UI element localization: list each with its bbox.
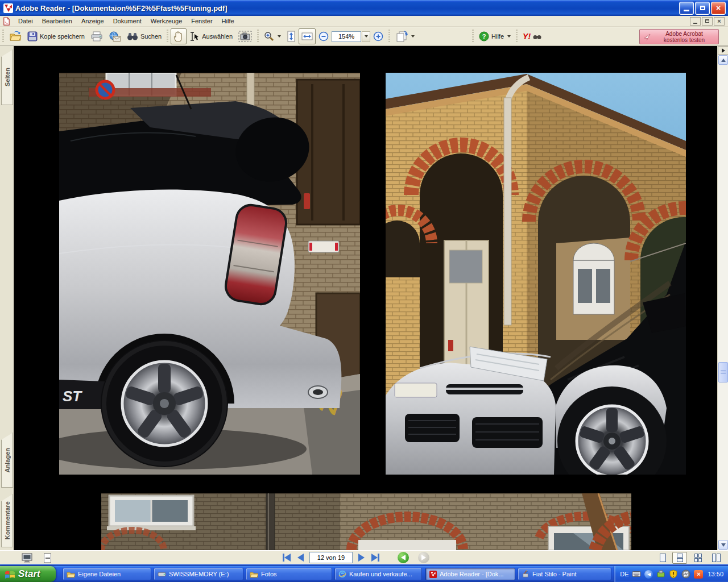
continuous-facing-layout-button[interactable] bbox=[690, 552, 705, 564]
zoom-percent-dropdown[interactable] bbox=[362, 31, 370, 42]
email-icon bbox=[109, 31, 121, 42]
next-page-button[interactable] bbox=[357, 552, 366, 563]
previous-view-button[interactable] bbox=[398, 552, 409, 563]
tray-red-x-icon[interactable]: × bbox=[694, 570, 703, 579]
hide-tray-icons-button[interactable]: ◀ bbox=[644, 570, 653, 579]
help-label: Hilfe bbox=[491, 33, 504, 40]
zoom-in-tool-button[interactable] bbox=[261, 28, 284, 44]
language-indicator[interactable]: DE bbox=[620, 571, 628, 577]
sidebar-tab-anlagen[interactable]: Anlagen bbox=[1, 433, 13, 488]
photo-building-partial bbox=[101, 493, 631, 550]
fit-width-button[interactable] bbox=[299, 28, 316, 44]
menu-bearbeiten[interactable]: Bearbeiten bbox=[38, 16, 77, 26]
menu-werkzeuge[interactable]: Werkzeuge bbox=[146, 16, 187, 26]
print-button[interactable] bbox=[88, 28, 106, 44]
keyboard-icon[interactable] bbox=[632, 569, 641, 579]
titlebar[interactable]: Adobe Reader - [Dokumentaion%5F2%5Ffast%… bbox=[0, 0, 728, 16]
email-button[interactable] bbox=[106, 28, 124, 44]
page-display-button[interactable] bbox=[392, 28, 417, 44]
continuous-layout-button[interactable] bbox=[672, 552, 687, 564]
windows-update-icon[interactable] bbox=[681, 569, 690, 579]
toolbar-grip-6[interactable] bbox=[516, 30, 518, 43]
start-button[interactable]: Start bbox=[0, 566, 56, 582]
taskbar-item-label: Fiat Stilo - Paint bbox=[532, 571, 577, 577]
fullscreen-view-button[interactable] bbox=[20, 552, 33, 563]
toolbar-grip-4[interactable] bbox=[388, 30, 390, 43]
screen: Adobe Reader - [Dokumentaion%5F2%5Ffast%… bbox=[0, 0, 728, 582]
open-button[interactable] bbox=[6, 28, 24, 44]
help-dropdown-arrow bbox=[507, 35, 511, 38]
sidebar-tab-kommentare[interactable]: Kommentare bbox=[1, 494, 13, 547]
menu-datei[interactable]: Datei bbox=[14, 16, 38, 26]
restore-icon bbox=[700, 6, 705, 10]
sidebar-tab-seiten[interactable]: Seiten bbox=[1, 49, 13, 105]
page-display-dropdown-arrow bbox=[411, 35, 415, 38]
menu-anzeige[interactable]: Anzeige bbox=[77, 16, 109, 26]
minimize-button[interactable] bbox=[679, 2, 694, 15]
doc-minimize-button[interactable] bbox=[690, 17, 701, 26]
zoom-percent-input[interactable] bbox=[332, 31, 361, 42]
toolbar-grip-5[interactable] bbox=[472, 30, 474, 43]
select-tool-button[interactable]: Auswählen bbox=[187, 28, 235, 44]
search-button[interactable]: Suchen bbox=[124, 28, 164, 44]
acrobat-ad-button[interactable]: Adobe Acrobatkostenlos testen bbox=[639, 29, 719, 44]
svg-text:?: ? bbox=[482, 33, 486, 40]
menu-dokument[interactable]: Dokument bbox=[109, 16, 146, 26]
security-shield-icon[interactable] bbox=[669, 569, 678, 579]
doc-minimize-icon bbox=[693, 23, 697, 24]
scrollbar-thumb[interactable] bbox=[718, 362, 728, 383]
taskbar-item-swissmemory[interactable]: SWISSMEMORY (E:) bbox=[154, 568, 243, 580]
snapshot-button[interactable] bbox=[235, 28, 255, 44]
safely-remove-hardware-icon[interactable] bbox=[656, 569, 665, 579]
hand-tool-button[interactable] bbox=[171, 28, 187, 44]
last-page-button[interactable] bbox=[370, 552, 380, 563]
scroll-up-button[interactable] bbox=[718, 55, 728, 65]
next-page-icon bbox=[358, 554, 365, 562]
close-button[interactable]: × bbox=[711, 2, 726, 15]
restore-button[interactable] bbox=[695, 2, 710, 15]
toolbar-grip-2[interactable] bbox=[167, 30, 168, 43]
doc-close-button[interactable]: × bbox=[714, 17, 725, 26]
photo-car-rear-view: 23 ST bbox=[59, 73, 360, 475]
search-label: Suchen bbox=[140, 33, 162, 40]
previous-page-button[interactable] bbox=[296, 552, 305, 563]
statusbar bbox=[0, 550, 728, 564]
adobe-reader-icon bbox=[3, 3, 13, 13]
save-icon bbox=[27, 31, 38, 41]
page-indicator-input[interactable] bbox=[309, 552, 353, 563]
toolbar-collapse-button[interactable] bbox=[718, 46, 728, 55]
facing-layout-button[interactable] bbox=[709, 552, 723, 564]
zoom-in-button[interactable] bbox=[370, 28, 386, 44]
document-page[interactable]: 23 ST bbox=[14, 46, 717, 550]
single-page-layout-button[interactable] bbox=[655, 552, 670, 564]
fit-height-icon bbox=[287, 31, 296, 42]
menu-fenster[interactable]: Fenster bbox=[187, 16, 217, 26]
zoom-in-icon bbox=[264, 31, 274, 41]
vertical-scrollbar[interactable] bbox=[717, 46, 728, 550]
next-view-button[interactable] bbox=[418, 552, 429, 563]
toolbar-grip[interactable] bbox=[2, 30, 4, 43]
facing-icon bbox=[712, 554, 721, 562]
menu-hilfe[interactable]: Hilfe bbox=[217, 16, 239, 26]
scroll-down-button[interactable] bbox=[718, 540, 728, 550]
toolbar-grip-3[interactable] bbox=[257, 30, 259, 43]
taskbar-item-internet-explorer[interactable]: Kaufen und verkaufe... bbox=[334, 568, 422, 580]
taskbar-item-fotos[interactable]: Fotos bbox=[246, 568, 332, 580]
taskbar-item-eigene-dateien[interactable]: Eigene Dateien bbox=[63, 568, 151, 580]
fit-page-button[interactable] bbox=[284, 28, 299, 44]
save-copy-button[interactable]: Kopie speichern bbox=[24, 28, 88, 44]
doc-restore-button[interactable] bbox=[702, 17, 713, 26]
page-size-button[interactable] bbox=[41, 552, 53, 563]
first-page-button[interactable] bbox=[282, 552, 292, 563]
seiten-tab-label: Seiten bbox=[4, 68, 11, 86]
taskbar-item-label: Eigene Dateien bbox=[78, 571, 121, 577]
zoom-out-button[interactable] bbox=[316, 28, 332, 44]
taskbar-item-paint[interactable]: Fiat Stilo - Paint bbox=[518, 568, 611, 580]
taskbar-item-adobe-reader[interactable]: Adobe Reader - [Dok... bbox=[425, 568, 515, 580]
help-button[interactable]: ? Hilfe bbox=[476, 28, 514, 44]
system-tray: DE ◀ × 13:50 bbox=[614, 566, 728, 582]
pdf-document-icon[interactable] bbox=[2, 17, 11, 26]
yahoo-messenger-button[interactable]: Y! bbox=[520, 28, 544, 44]
page-navigation bbox=[282, 552, 429, 563]
taskbar-item-label: Adobe Reader - [Dok... bbox=[440, 571, 504, 577]
